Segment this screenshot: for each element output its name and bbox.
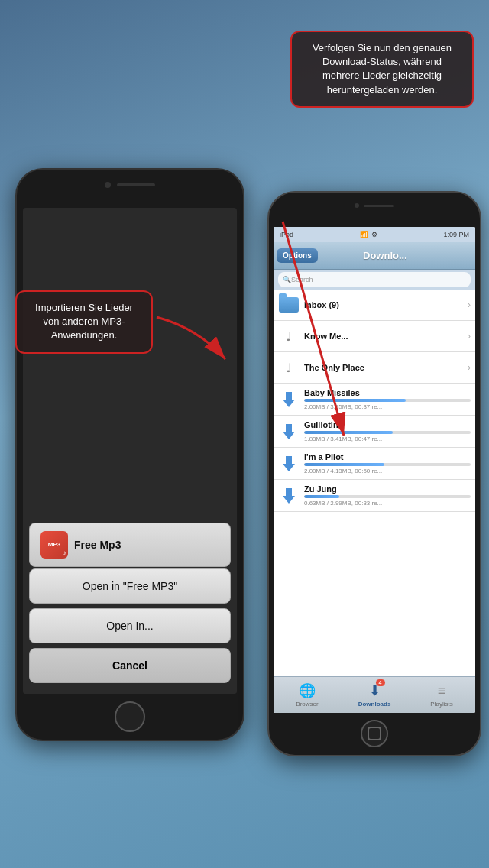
tab-browser[interactable]: 🌐 Browser [274, 681, 341, 709]
file-list: Inbox (9) › ♩ Know Me... › ♩ T [274, 290, 475, 676]
callout-top-text: Verfolgen Sie nun den genauen Download-S… [313, 42, 452, 96]
file-info: I'm a Pilot 2.00MB / 4.13MB, 00:50 re... [304, 452, 471, 474]
right-phone-camera [355, 203, 359, 208]
home-button-inner [368, 727, 381, 740]
file-name: Know Me... [304, 332, 468, 341]
downloads-tab-label: Downloads [358, 701, 391, 708]
progress-bar-bg [304, 495, 471, 498]
chevron-right-icon: › [468, 331, 471, 342]
options-button[interactable]: Options [277, 248, 318, 263]
file-meta: 1.83MB / 3.41MB, 00:47 re... [304, 436, 471, 442]
file-info: Zu Jung 0.63MB / 2.99MB, 00:33 re... [304, 484, 471, 507]
right-phone-screen: iPod 📶 ⚙ 1:09 PM Options Downlo... 🔍 Sea… [274, 227, 475, 713]
right-phone-speaker [364, 205, 394, 207]
right-phone-camera-area [355, 203, 394, 208]
chevron-right-icon: › [468, 300, 471, 310]
browser-icon: 🌐 [299, 682, 316, 699]
left-phone-home-button[interactable] [115, 701, 145, 732]
file-name: Guillotine [304, 420, 471, 429]
cancel-button[interactable]: Cancel [29, 648, 231, 683]
right-phone: iPod 📶 ⚙ 1:09 PM Options Downlo... 🔍 Sea… [267, 191, 481, 756]
download-arrow-icon [278, 453, 300, 474]
camera-dot [105, 182, 111, 188]
file-name: I'm a Pilot [304, 452, 471, 462]
open-in-button[interactable]: Open In... [29, 608, 231, 643]
search-bar: 🔍 Search [274, 270, 475, 290]
downloads-tab-badge-container: ⬇ 4 [369, 682, 381, 699]
download-arrow-icon [278, 421, 300, 442]
file-name: The Only Place [304, 363, 468, 372]
nav-bar: Options Downlo... [274, 242, 475, 270]
progress-bar-fill [304, 431, 393, 434]
tab-downloads[interactable]: ⬇ 4 Downloads [341, 681, 408, 709]
list-item[interactable]: Zu Jung 0.63MB / 2.99MB, 00:33 re... [274, 480, 475, 512]
status-ipod: iPod [280, 231, 293, 238]
progress-bar-fill [304, 463, 384, 466]
progress-bar-fill [304, 495, 339, 498]
list-item[interactable]: ♩ The Only Place › [274, 352, 475, 384]
left-phone-screen: MP3 ♪ Free Mp3 Open in "Free MP3" Open I… [23, 208, 237, 694]
tab-bar: 🌐 Browser ⬇ 4 Downloads ≡ Playlists [274, 676, 475, 713]
list-item[interactable]: Baby Missiles 2.00MB / 3.25MB, 00:37 re.… [274, 384, 475, 416]
file-meta: 2.00MB / 4.13MB, 00:50 re... [304, 468, 471, 474]
playlists-tab-label: Playlists [430, 701, 452, 708]
file-meta: 0.63MB / 2.99MB, 00:33 re... [304, 500, 471, 507]
list-item[interactable]: Inbox (9) › [274, 290, 475, 321]
app-name: Free Mp3 [74, 539, 121, 551]
status-time: 1:09 PM [443, 231, 469, 238]
search-input[interactable]: 🔍 Search [278, 272, 471, 287]
chevron-right-icon: › [468, 362, 471, 373]
file-info: Inbox (9) [304, 300, 468, 309]
right-phone-home-button[interactable] [361, 720, 388, 747]
search-placeholder: Search [291, 276, 313, 283]
download-arrow-icon [278, 485, 300, 507]
app-row: MP3 ♪ Free Mp3 [29, 523, 231, 567]
speaker-grill [117, 183, 155, 186]
file-name: Inbox (9) [304, 300, 468, 309]
status-bar: iPod 📶 ⚙ 1:09 PM [274, 227, 475, 242]
file-info: Baby Missiles 2.00MB / 3.25MB, 00:37 re.… [304, 388, 471, 410]
callout-left: Importieren Sie Lieder von anderen MP3-A… [15, 290, 153, 354]
file-name: Zu Jung [304, 484, 471, 494]
mp3-icon: MP3 ♪ [40, 531, 68, 559]
downloads-badge: 4 [376, 679, 385, 686]
open-in-free-mp3-button[interactable]: Open in "Free MP3" [29, 568, 231, 604]
file-info: Guillotine 1.83MB / 3.41MB, 00:47 re... [304, 420, 471, 442]
list-item[interactable]: I'm a Pilot 2.00MB / 4.13MB, 00:50 re... [274, 448, 475, 480]
left-phone: MP3 ♪ Free Mp3 Open in "Free MP3" Open I… [15, 168, 244, 741]
nav-title: Downlo... [318, 250, 452, 261]
music-note-icon: ♩ [278, 357, 300, 378]
callout-left-text: Importieren Sie Lieder von anderen MP3-A… [35, 302, 133, 341]
list-item[interactable]: ♩ Know Me... › [274, 321, 475, 352]
status-icons: 📶 ⚙ [360, 231, 377, 238]
music-note-icon: ♩ [278, 326, 300, 347]
file-name: Baby Missiles [304, 388, 471, 397]
download-arrow-icon [278, 389, 300, 410]
progress-bar-fill [304, 399, 406, 402]
tab-playlists[interactable]: ≡ Playlists [408, 682, 475, 709]
file-info: Know Me... [304, 332, 468, 341]
progress-bar-bg [304, 399, 471, 402]
list-item[interactable]: Guillotine 1.83MB / 3.41MB, 00:47 re... [274, 416, 475, 448]
callout-top: Verfolgen Sie nun den genauen Download-S… [290, 31, 474, 108]
progress-bar-bg [304, 463, 471, 466]
file-meta: 2.00MB / 3.25MB, 00:37 re... [304, 403, 471, 410]
file-info: The Only Place [304, 363, 468, 372]
progress-bar-bg [304, 431, 471, 434]
playlists-icon: ≡ [438, 683, 446, 699]
left-phone-camera [105, 182, 155, 188]
browser-tab-label: Browser [296, 701, 318, 708]
folder-icon [278, 294, 300, 316]
